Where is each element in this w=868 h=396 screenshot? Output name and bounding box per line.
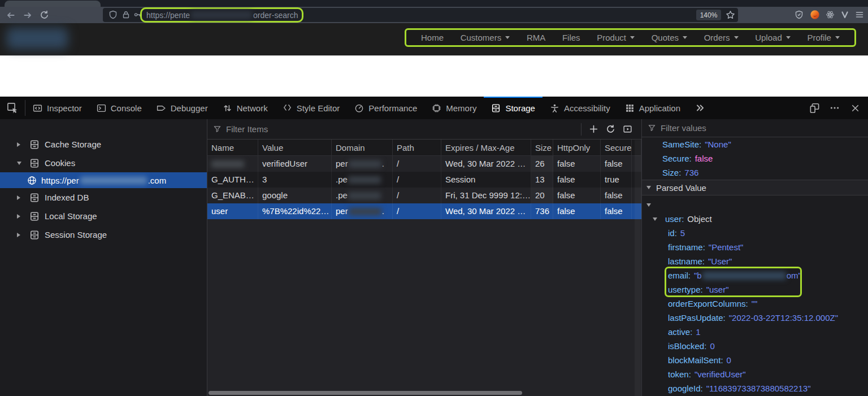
more-tabs-chevron-icon[interactable]	[688, 97, 713, 119]
url-bar[interactable]: https://pente order-search 140%	[103, 8, 738, 22]
sidebar-item-cookies[interactable]: Cookies	[0, 154, 207, 172]
horizontal-scrollbar[interactable]	[207, 390, 635, 396]
collapsed-arrow-icon[interactable]	[17, 142, 23, 147]
col-header-secure[interactable]: Secure	[601, 140, 632, 156]
col-header-domain[interactable]: Domain	[332, 140, 393, 156]
col-header-expires[interactable]: Expires / Max-Age	[441, 140, 531, 156]
table-row[interactable]: verifiedUser per. / Wed, 30 Mar 2022 … 2…	[207, 156, 641, 172]
sidebar-item-cookie-host-selected[interactable]: https://per .com	[0, 172, 207, 188]
col-header-size[interactable]: Size	[531, 140, 553, 156]
sidebar-item-cache-storage[interactable]: Cache Storage	[0, 135, 207, 154]
parsed-value-section-header[interactable]: Parsed Value	[642, 180, 868, 195]
table-row[interactable]: G_AUTH… 3 .pe / Session 13 false true	[207, 172, 641, 188]
prop-size: Size: 736	[642, 166, 868, 180]
zoom-level-badge[interactable]: 140%	[696, 10, 721, 20]
refresh-items-icon[interactable]	[602, 122, 619, 137]
toggle-sidebar-panel-icon[interactable]	[619, 122, 636, 137]
parsed-entry-lastname[interactable]: lastname:"User"	[642, 254, 868, 268]
caret-down-icon	[734, 36, 739, 39]
performance-icon	[354, 103, 364, 113]
storage-type-icon	[29, 158, 40, 168]
pick-element-icon[interactable]	[0, 97, 25, 119]
console-icon	[97, 103, 106, 113]
nav-item-rma[interactable]: RMA	[527, 33, 545, 42]
vertical-scrollbar-track[interactable]	[635, 140, 641, 396]
tab-application[interactable]: Application	[618, 97, 688, 119]
tab-console[interactable]: Console	[89, 97, 149, 119]
extension-v-icon[interactable]	[840, 10, 849, 19]
close-devtools-icon[interactable]	[848, 101, 862, 115]
parsed-user-object[interactable]: user: Object	[642, 212, 868, 226]
reload-icon[interactable]	[40, 10, 50, 20]
storage-type-icon	[29, 193, 40, 203]
nav-item-quotes[interactable]: Quotes	[652, 33, 687, 42]
nav-item-profile[interactable]: Profile	[807, 33, 840, 42]
tab-network[interactable]: Network	[215, 97, 275, 119]
cookie-detail-sidebar: SameSite: "None" Secure: false Size: 736…	[642, 119, 868, 396]
parsed-entry-usertype[interactable]: usertype:"user"	[642, 282, 868, 297]
lock-icon[interactable]	[121, 10, 131, 19]
forward-icon[interactable]	[23, 10, 33, 20]
col-header-value[interactable]: Value	[258, 140, 332, 156]
nav-item-product[interactable]: Product	[597, 33, 635, 42]
collapsed-arrow-icon[interactable]	[17, 195, 23, 200]
tab-accessibility[interactable]: Accessibility	[542, 97, 618, 119]
table-row[interactable]: G_ENAB… google .pe / Fri, 31 Dec 9999 12…	[207, 188, 641, 203]
nav-item-home[interactable]: Home	[421, 33, 444, 42]
tab-inspector[interactable]: Inspector	[25, 97, 89, 119]
collapsed-arrow-icon[interactable]	[17, 214, 23, 219]
parsed-root-expander[interactable]	[642, 198, 868, 212]
extension-shield-icon[interactable]	[795, 10, 804, 19]
parsed-entry-token[interactable]: token:"verifiedUser"	[642, 367, 868, 381]
parsed-entry-lastpasupdate[interactable]: lastPasUpdate:"2022-03-22T12:35:12.000Z"	[642, 311, 868, 325]
parsed-entry-isblocked[interactable]: isBlocked:0	[642, 339, 868, 353]
tab-style-editor[interactable]: Style Editor	[275, 97, 348, 119]
sidebar-item-indexed-db[interactable]: Indexed DB	[0, 188, 207, 207]
tab-debugger[interactable]: Debugger	[149, 97, 215, 119]
horizontal-scrollbar-thumb[interactable]	[209, 391, 522, 395]
accessibility-icon	[550, 103, 559, 113]
parsed-entry-googleid[interactable]: googleId:"116839733873880582213"	[642, 381, 868, 395]
extension-atom-icon[interactable]	[826, 10, 835, 19]
nav-item-upload[interactable]: Upload	[755, 33, 791, 42]
filter-items-input[interactable]	[226, 124, 573, 134]
col-header-path[interactable]: Path	[393, 140, 441, 156]
responsive-design-mode-icon[interactable]	[807, 101, 822, 115]
application-icon	[625, 103, 635, 113]
nav-item-customers[interactable]: Customers	[461, 33, 510, 42]
parsed-entry-firstname[interactable]: firstname:"Pentest"	[642, 240, 868, 254]
filter-funnel-icon	[648, 124, 656, 132]
inspector-icon	[33, 103, 42, 113]
parsed-entry-email[interactable]: email: "b om"	[642, 268, 868, 282]
parsed-entry-active[interactable]: active:1	[642, 325, 868, 339]
extension-fox-icon[interactable]	[810, 10, 820, 20]
tab-performance[interactable]: Performance	[347, 97, 424, 119]
parsed-entry-orderexportcolumns[interactable]: orderExportColumns:""	[642, 297, 868, 311]
shield-icon[interactable]	[108, 10, 118, 19]
parsed-entry-blockmailsent[interactable]: blockMailSent:0	[642, 353, 868, 367]
add-item-icon[interactable]	[585, 122, 602, 137]
browser-tab[interactable]	[5, 1, 101, 7]
site-header: Home Customers RMA Files Product Quotes …	[0, 23, 868, 55]
filter-values-input[interactable]	[661, 123, 862, 133]
collapsed-arrow-icon[interactable]	[17, 233, 23, 237]
parsed-entry-id[interactable]: id:5	[642, 226, 868, 240]
sidebar-item-local-storage[interactable]: Local Storage	[0, 207, 207, 225]
bookmark-star-icon[interactable]	[726, 10, 735, 20]
tab-storage[interactable]: Storage	[484, 97, 542, 119]
sidebar-item-session-storage[interactable]: Session Storage	[0, 225, 207, 244]
expanded-arrow-icon[interactable]	[17, 162, 23, 165]
nav-item-files[interactable]: Files	[562, 33, 580, 42]
col-header-name[interactable]: Name	[207, 140, 258, 156]
nav-item-orders[interactable]: Orders	[704, 33, 739, 42]
tab-memory[interactable]: Memory	[424, 97, 484, 119]
url-text[interactable]: https://pente order-search	[146, 11, 298, 20]
back-icon[interactable]	[6, 10, 16, 20]
cookie-name-redacted-blur	[211, 160, 244, 168]
col-header-httponly[interactable]: HttpOnly	[553, 140, 601, 156]
table-row-selected[interactable]: user %7B%22id%22… per. / Wed, 30 Mar 202…	[207, 203, 641, 219]
storage-type-icon	[29, 230, 40, 240]
site-logo-redacted[interactable]	[7, 28, 68, 49]
meatball-menu-icon[interactable]	[827, 101, 842, 115]
menu-hamburger-icon[interactable]	[855, 10, 864, 19]
